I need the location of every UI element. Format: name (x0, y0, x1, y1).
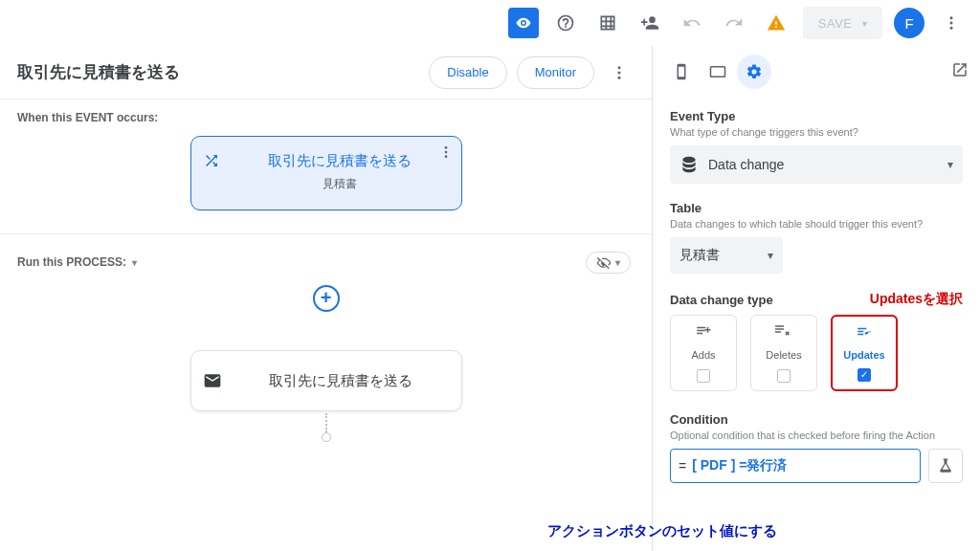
redo-icon[interactable] (719, 8, 749, 38)
flow-more-icon[interactable] (604, 57, 635, 88)
condition-help: Optional condition that is checked befor… (670, 430, 963, 441)
dct-updates[interactable]: Updates (831, 315, 898, 391)
checkbox-checked (858, 368, 871, 382)
flow-title: 取引先に見積書を送る (17, 61, 419, 83)
svg-point-8 (444, 155, 447, 158)
phone-view-button[interactable] (664, 55, 699, 89)
overflow-icon[interactable] (936, 8, 967, 38)
process-node[interactable]: 取引先に見積書を送る (190, 350, 462, 412)
adds-icon (695, 323, 712, 341)
popout-icon[interactable] (951, 61, 969, 82)
top-toolbar: SAVE▾ F (0, 0, 980, 46)
updates-annotation: Updatesを選択 (870, 291, 963, 308)
right-pane: Event Type What type of change triggers … (653, 46, 980, 551)
chevron-down-icon[interactable]: ▾ (132, 257, 137, 268)
add-step-button[interactable]: + (313, 285, 340, 312)
dct-deletes[interactable]: Deletes (750, 315, 817, 391)
settings-view-button[interactable] (737, 55, 771, 89)
process-node-title: 取引先に見積書を送る (232, 370, 450, 392)
svg-point-4 (618, 71, 621, 74)
svg-point-7 (444, 151, 447, 154)
table-label: Table (670, 201, 963, 215)
deletes-icon (775, 323, 792, 341)
svg-point-3 (618, 66, 621, 69)
condition-label: Condition (670, 412, 963, 427)
grid-icon[interactable] (592, 8, 623, 38)
config-panel: Event Type What type of change triggers … (653, 98, 980, 551)
svg-point-5 (618, 76, 621, 78)
svg-point-2 (950, 27, 953, 30)
dct-adds[interactable]: Adds (670, 315, 737, 391)
svg-point-6 (444, 146, 447, 149)
checkbox (697, 369, 710, 383)
table-help: Data changes to which table should trigg… (670, 218, 963, 230)
flow-header: 取引先に見積書を送る Disable Monitor (0, 46, 652, 99)
tablet-view-button[interactable] (701, 55, 735, 89)
chevron-down-icon: ▾ (768, 249, 773, 262)
disable-button[interactable]: Disable (429, 56, 506, 89)
condition-annotation: アクションボタンのセット値にする (547, 522, 777, 540)
event-type-select[interactable]: Data change ▾ (670, 145, 963, 184)
left-pane: 取引先に見積書を送る Disable Monitor When this EVE… (0, 46, 653, 551)
help-icon[interactable] (550, 8, 581, 38)
save-button[interactable]: SAVE▾ (803, 7, 882, 39)
add-user-icon[interactable] (635, 8, 665, 38)
chevron-down-icon: ▾ (947, 158, 953, 171)
event-node-subtitle: 見積書 (230, 176, 450, 192)
event-node-title: 取引先に見積書を送る (230, 150, 450, 172)
database-icon (679, 155, 699, 174)
right-header (653, 46, 980, 98)
event-node[interactable]: 取引先に見積書を送る 見積書 (190, 136, 462, 210)
svg-point-1 (950, 22, 953, 25)
event-node-more-icon[interactable] (438, 144, 454, 164)
flow-canvas: When this EVENT occurs: 取引先に見積書を送る 見積書 R… (0, 99, 652, 551)
undo-icon[interactable] (677, 8, 707, 38)
table-select[interactable]: 見積書 ▾ (670, 237, 783, 274)
test-condition-button[interactable] (928, 449, 963, 483)
monitor-button[interactable]: Monitor (517, 56, 594, 89)
event-section-label: When this EVENT occurs: (0, 99, 652, 136)
checkbox (777, 369, 791, 383)
shuffle-icon (203, 152, 220, 169)
mail-icon (203, 371, 222, 390)
event-type-help: What type of change triggers this event? (670, 126, 963, 138)
avatar[interactable]: F (894, 8, 924, 38)
event-type-label: Event Type (670, 109, 963, 123)
warning-icon[interactable] (761, 8, 791, 38)
condition-input[interactable]: = [ PDF ] =発行済 (670, 449, 921, 483)
updates-icon (856, 324, 873, 342)
svg-point-0 (950, 16, 953, 19)
preview-icon[interactable] (508, 8, 539, 38)
visibility-off-icon[interactable]: ▾ (586, 252, 631, 274)
process-section-label: Run this PROCESS:▾ ▾ (0, 240, 652, 285)
connector-end (322, 432, 331, 442)
